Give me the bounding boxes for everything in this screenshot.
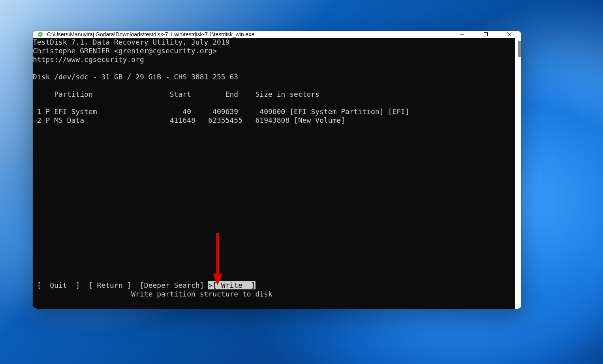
blank-line (33, 255, 515, 264)
blank-line (33, 177, 515, 186)
menu-quit[interactable]: [ Quit ] (37, 281, 80, 289)
blank-line (33, 264, 515, 272)
blank-line (33, 142, 515, 151)
blank-line (33, 81, 515, 90)
minimize-button[interactable] (450, 31, 474, 38)
header-line: https://www.cgsecurity.org (33, 55, 515, 64)
partition-row: 2 P MS Data 411648 62355455 61943808 [Ne… (33, 116, 515, 125)
menu-deeper-search[interactable]: [Deeper Search] (140, 281, 204, 289)
app-icon (37, 31, 44, 38)
blank-line (33, 168, 515, 177)
blank-line (33, 133, 515, 142)
blank-line (33, 238, 515, 246)
blank-line (33, 99, 515, 107)
blank-line (33, 159, 515, 168)
menu-return[interactable]: [ Return ] (88, 281, 131, 289)
blank-line (33, 186, 515, 194)
blank-line (33, 229, 515, 238)
window-titlebar[interactable]: C:\Users\Manuviraj Godara\Downloads\test… (33, 31, 521, 38)
window-controls (450, 31, 521, 38)
blank-line (33, 203, 515, 212)
terminal-output[interactable]: TestDisk 7.1, Data Recovery Utility, Jul… (33, 38, 515, 309)
menu-write-cursor: > (208, 281, 212, 289)
menu-hint: Write partition structure to disk (33, 290, 515, 298)
blank-line (33, 220, 515, 229)
close-button[interactable] (498, 31, 521, 38)
disk-info-line: Disk /dev/sdc - 31 GB / 29 GiB - CHS 388… (33, 73, 515, 81)
blank-line (33, 246, 515, 255)
header-line: Christophe GRENIER <grenier@cgsecurity.o… (33, 47, 515, 55)
scrollbar-track[interactable] (515, 38, 521, 309)
blank-line (33, 151, 515, 159)
blank-line (33, 194, 515, 203)
console-window: C:\Users\Manuviraj Godara\Downloads\test… (33, 31, 521, 309)
blank-line (33, 272, 515, 281)
terminal-area: TestDisk 7.1, Data Recovery Utility, Jul… (33, 38, 521, 309)
partition-row: 1 P EFI System 40 409639 409600 [EFI Sys… (33, 107, 515, 116)
svg-rect-1 (39, 34, 41, 35)
svg-rect-3 (484, 33, 488, 36)
maximize-button[interactable] (474, 31, 498, 38)
columns-header: Partition Start End Size in sectors (33, 90, 515, 99)
menu-write[interactable]: >[ Write ] (208, 281, 255, 289)
scrollbar-thumb[interactable] (518, 41, 521, 57)
menu-write-label: [ Write ] (212, 281, 255, 289)
header-line: TestDisk 7.1, Data Recovery Utility, Jul… (33, 38, 515, 47)
menu-row: [ Quit ] [ Return ] [Deeper Search] >[ W… (33, 281, 515, 290)
blank-line (33, 212, 515, 220)
blank-line (33, 125, 515, 133)
blank-line (33, 64, 515, 73)
window-title: C:\Users\Manuviraj Godara\Downloads\test… (47, 31, 450, 38)
